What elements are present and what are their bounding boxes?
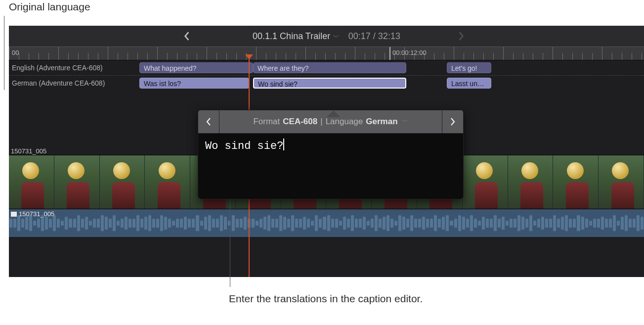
caption-lane-german[interactable]: German (Adventure CEA-608) Was ist los?W… — [9, 75, 644, 91]
toolbar: 00.1.1 China Trailer ﹀ 00:17 / 32:13 — [9, 26, 644, 46]
caption-clip[interactable]: Wo sind sie? — [253, 78, 406, 89]
ruler-major-tick — [389, 47, 390, 60]
audio-waveform — [9, 209, 644, 237]
video-clip-label: 150731_005 — [11, 147, 46, 155]
callout-leader — [230, 198, 230, 287]
ruler-timecode: 00 — [12, 49, 19, 56]
callout-original-language: Original language — [9, 0, 90, 13]
callout-caption-editor: Enter the translations in the caption ed… — [229, 292, 423, 305]
caption-clip[interactable]: Where are they? — [253, 62, 406, 73]
caption-clip[interactable]: Was ist los? — [139, 78, 249, 89]
language-value: German — [366, 117, 397, 127]
timeline-window: 00.1.1 China Trailer ﹀ 00:17 / 32:13 00 … — [9, 26, 644, 277]
prev-caption-button[interactable] — [198, 110, 219, 133]
lane-label: English (Adventure CEA-608) — [12, 64, 103, 72]
caption-lane-english[interactable]: English (Adventure CEA-608) What happene… — [9, 60, 644, 75]
caption-text: Wo sind sie? — [205, 140, 283, 152]
caption-text-editor[interactable]: Wo sind sie? — [198, 134, 463, 199]
caption-clip[interactable]: What happened? — [139, 62, 253, 73]
text-caret — [283, 139, 284, 150]
project-title[interactable]: 00.1.1 China Trailer ﹀ — [253, 31, 340, 42]
ruler-timecode: 00:00:12:00 — [392, 49, 427, 56]
format-label: Format — [253, 117, 280, 127]
chevron-down-icon: ﹀ — [331, 33, 340, 41]
caption-editor-header: Format CEA-608 | Language German ﹀ — [198, 110, 463, 134]
language-label: Language — [326, 117, 363, 127]
audio-track[interactable]: 150731_005 — [9, 209, 644, 237]
caption-clip[interactable]: Lasst uns… — [447, 78, 491, 89]
timecode-readout: 00:17 / 32:13 — [348, 31, 400, 42]
caption-editor-popover: Format CEA-608 | Language German ﹀ Wo si… — [198, 110, 464, 199]
history-forward-button[interactable] — [446, 26, 476, 46]
caption-clip[interactable]: Let's go! — [447, 62, 491, 73]
callout-leader — [4, 16, 4, 90]
next-caption-button[interactable] — [442, 110, 463, 133]
caption-lanes: English (Adventure CEA-608) What happene… — [9, 60, 644, 91]
time-ruler[interactable]: 00 00:00:12:00 — [9, 46, 644, 60]
history-back-button[interactable] — [172, 26, 202, 46]
caption-format-language-selector[interactable]: Format CEA-608 | Language German ﹀ — [219, 110, 442, 133]
chevron-down-icon: ﹀ — [402, 117, 408, 126]
format-value: CEA-608 — [283, 117, 317, 127]
lane-label: German (Adventure CEA-608) — [12, 79, 105, 87]
